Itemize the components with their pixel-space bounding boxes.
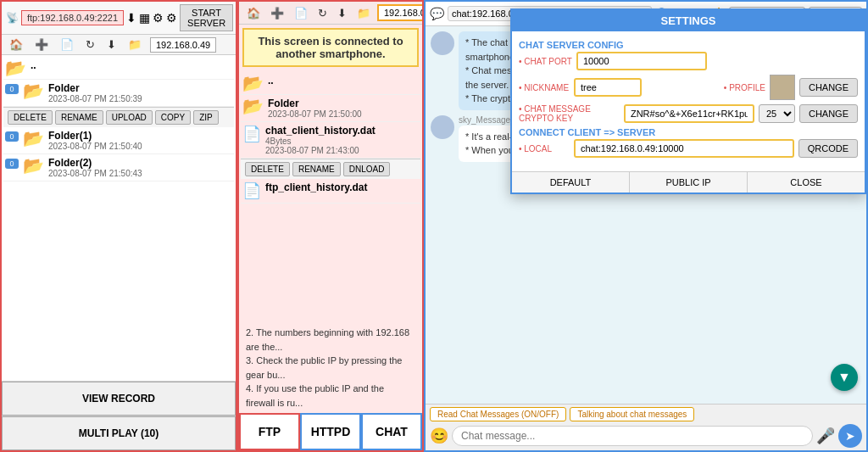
list-item[interactable]: 0 📂 Folder 2023-08-07 PM 21:50:39: [3, 80, 234, 107]
add-btn2[interactable]: ➕: [267, 5, 287, 21]
qrcode-button[interactable]: QRCODE: [798, 139, 858, 158]
chat-protocol-icon: 💬: [430, 7, 444, 20]
delete-button[interactable]: DELETE: [8, 110, 53, 125]
folder-icon: 📂: [23, 130, 44, 147]
emoji-icon[interactable]: 😊: [430, 427, 448, 445]
rename-button[interactable]: RENAME: [55, 110, 103, 125]
file-name: ..: [31, 59, 232, 71]
settings-section1-title: CHAT SERVER CONFIG: [519, 40, 858, 50]
home-button[interactable]: 🏠: [6, 36, 26, 53]
list-item[interactable]: 0 📂 Folder(2) 2023-08-07 PM 21:50:43: [3, 154, 234, 181]
bottom-nav-left: VIEW RECORD: [2, 381, 236, 416]
chat-bottom-bar: Read Chat Messages (ON/OFF) Talking abou…: [426, 404, 866, 450]
info-line: 2. The numbers beginning with 192.168 ar…: [246, 326, 415, 354]
multi-play-button[interactable]: MULTI PLAY (10): [2, 416, 236, 450]
refresh-button[interactable]: ↻: [82, 36, 98, 53]
ftp-file-nav: 🏠 ➕ 📄 ↻ ⬇ 📁 192.168.0.77: [239, 2, 422, 25]
start-server-button[interactable]: START SERVER: [180, 4, 233, 31]
ftp-icon: 📡: [6, 12, 19, 24]
ftp-nav-toolbar: 🏠 ➕ 📄 ↻ ⬇ 📁 192.168.0.49: [2, 35, 236, 55]
home-btn2[interactable]: 🏠: [243, 5, 264, 21]
port-label: • CHAT PORT: [519, 57, 572, 66]
list-item[interactable]: 📄 chat_client_history.dat 4Bytes 2023-08…: [241, 122, 420, 159]
mic-icon[interactable]: 🎤: [816, 427, 835, 445]
crypto-length-select[interactable]: 25: [759, 104, 795, 123]
ftp-action-bar: DELETE RENAME UPLOAD COPY ZIP: [3, 107, 234, 127]
change-crypto-button[interactable]: CHANGE: [799, 104, 858, 123]
close-button[interactable]: CLOSE: [748, 172, 865, 193]
info-line: 3. Check the public IP by pressing the g…: [246, 354, 415, 382]
ftp-button[interactable]: FTP: [239, 413, 300, 450]
dnload-button[interactable]: DNLOAD: [343, 162, 391, 176]
ftp-top-bar: 📡 ftp:192.168.0.49:2221 ⬇ ▦ ⚙ ⚙ START SE…: [2, 2, 236, 35]
info-text-panel: 2. The numbers beginning with 192.168 ar…: [239, 322, 422, 413]
rename-btn2[interactable]: RENAME: [292, 162, 341, 176]
ftp-file-list2: 📂 .. 📂 Folder 2023-08-07 PM 21:50:00 📄 c…: [239, 70, 422, 322]
file-badge: 0: [5, 84, 19, 94]
ftp-panel: 📡 ftp:192.168.0.49:2221 ⬇ ▦ ⚙ ⚙ START SE…: [0, 0, 237, 452]
chat-input-row: 😊 🎤 ➤: [430, 424, 862, 448]
scroll-down-button[interactable]: ▼: [831, 364, 858, 391]
add-button[interactable]: ➕: [31, 36, 52, 53]
list-item[interactable]: 📂 Folder 2023-08-07 PM 21:50:00: [241, 95, 420, 122]
file-button[interactable]: 📄: [57, 36, 77, 53]
ftp-file-panel: 🏠 ➕ 📄 ↻ ⬇ 📁 192.168.0.77 This screen is …: [237, 0, 424, 452]
settings-crypto-row: • CHAT MESSAGE CRYPTO KEY 25 CHANGE: [519, 104, 858, 123]
local-address: 192.168.0.49: [150, 37, 216, 53]
file-date: 2023-08-07 PM 21:50:40: [48, 142, 232, 151]
file-badge: 0: [5, 131, 19, 142]
folder-icon: 📂: [5, 59, 26, 76]
chat-panel: 💬 chat:192.168.0.49:10000 👤 0 ▦ ⚙ ⚙ STAR…: [424, 0, 868, 452]
list-item[interactable]: 0 📂 Folder(1) 2023-08-07 PM 21:50:40: [3, 127, 234, 154]
folder-icon: 📂: [242, 75, 264, 92]
file-name: Folder: [48, 82, 232, 94]
folder-icon: 📂: [23, 82, 44, 99]
file-name: Folder(2): [48, 157, 232, 169]
file-btn2[interactable]: 📄: [291, 5, 311, 21]
upload-button[interactable]: UPLOAD: [106, 110, 153, 125]
server-address: ftp:192.168.0.49:2221: [21, 10, 124, 25]
send-button[interactable]: ➤: [838, 424, 862, 448]
chat-links: Read Chat Messages (ON/OFF) Talking abou…: [430, 407, 862, 421]
file-icon2: 📄: [242, 181, 261, 200]
list-item[interactable]: 📂 ..: [3, 57, 234, 80]
public-ip-button[interactable]: PUBLIC IP: [630, 172, 748, 193]
gear-icon[interactable]: ⚙: [153, 11, 164, 25]
profile-thumbnail[interactable]: [770, 75, 795, 100]
nickname-input[interactable]: [574, 78, 642, 97]
settings-footer: DEFAULT PUBLIC IP CLOSE: [512, 171, 865, 193]
folder-icon: 📂: [242, 98, 264, 114]
folder-button[interactable]: 📁: [125, 36, 145, 53]
main-container: 📡 ftp:192.168.0.49:2221 ⬇ ▦ ⚙ ⚙ START SE…: [0, 0, 868, 452]
ftp-file-list: 📂 .. 0 📂 Folder 2023-08-07 PM 21:50:39 D…: [2, 55, 236, 381]
down-btn2[interactable]: ⬇: [334, 5, 350, 21]
default-button[interactable]: DEFAULT: [512, 172, 630, 193]
info-line: 4. If you use the public IP and the fire…: [246, 382, 415, 410]
settings-icon[interactable]: ⚙: [166, 11, 177, 25]
chat-input[interactable]: [452, 426, 813, 446]
chat-button[interactable]: CHAT: [361, 413, 422, 450]
change-profile-button[interactable]: CHANGE: [799, 78, 858, 97]
file-name: chat_client_history.dat: [265, 125, 419, 137]
refresh-btn2[interactable]: ↻: [314, 5, 331, 21]
delete-btn2[interactable]: DELETE: [245, 162, 290, 176]
folder-icon: 📂: [23, 157, 44, 174]
talking-button[interactable]: Talking about chat messages: [570, 407, 694, 421]
folder-btn2[interactable]: 📁: [353, 5, 374, 21]
ftp-action-bar2: DELETE RENAME DNLOAD: [241, 159, 420, 179]
crypto-key-input[interactable]: [624, 104, 754, 123]
file-date: 2023-08-07 PM 21:50:00: [268, 109, 419, 119]
zip-button[interactable]: ZIP: [193, 110, 219, 125]
bottom-nav-middle: FTP HTTPD CHAT: [239, 413, 422, 450]
read-chat-button[interactable]: Read Chat Messages (ON/OFF): [430, 407, 566, 421]
down-button[interactable]: ⬇: [103, 36, 120, 53]
local-value-input[interactable]: [574, 139, 794, 158]
copy-button[interactable]: COPY: [155, 110, 191, 125]
file-date: 2023-08-07 PM 21:43:00: [265, 146, 419, 155]
httpd-button[interactable]: HTTPD: [300, 413, 361, 450]
list-item[interactable]: 📂 ..: [241, 72, 420, 95]
port-input[interactable]: [576, 52, 707, 70]
view-record-button[interactable]: VIEW RECORD: [2, 382, 236, 416]
chat-avatar: [431, 115, 454, 139]
list-item[interactable]: 📄 ftp_client_history.dat: [241, 179, 420, 204]
